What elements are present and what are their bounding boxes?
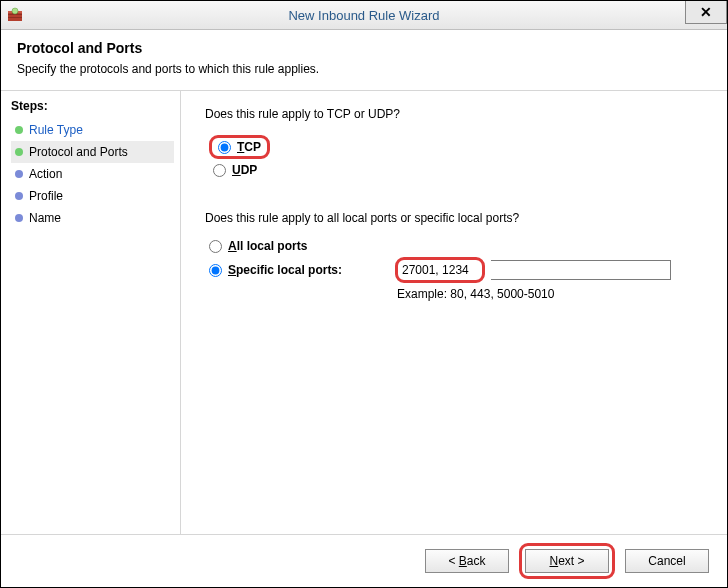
specific-ports-label[interactable]: Specific local ports: — [228, 263, 342, 277]
titlebar: New Inbound Rule Wizard ✕ — [1, 1, 727, 30]
close-icon: ✕ — [700, 4, 712, 20]
step-bullet-icon — [15, 148, 23, 156]
next-button[interactable]: Next > — [525, 549, 609, 573]
step-label: Profile — [29, 189, 63, 203]
button-bar: < Back Next > Cancel — [1, 534, 727, 587]
tcp-radio[interactable] — [218, 141, 231, 154]
question-ports: Does this rule apply to all local ports … — [205, 211, 703, 225]
tcp-option-row: TCP — [209, 135, 703, 159]
cancel-button[interactable]: Cancel — [625, 549, 709, 573]
step-label: Action — [29, 167, 62, 181]
question-protocol: Does this rule apply to TCP or UDP? — [205, 107, 703, 121]
all-ports-label[interactable]: All local ports — [228, 239, 307, 253]
step-label: Rule Type — [29, 123, 83, 137]
highlight-tcp: TCP — [209, 135, 270, 159]
page-description: Specify the protocols and ports to which… — [17, 62, 711, 76]
body-area: Steps: Rule Type Protocol and Ports Acti… — [1, 91, 727, 534]
step-bullet-icon — [15, 170, 23, 178]
step-bullet-icon — [15, 126, 23, 134]
close-button[interactable]: ✕ — [685, 1, 727, 24]
svg-rect-3 — [8, 17, 22, 18]
firewall-icon — [7, 7, 23, 23]
highlight-ports-value — [395, 257, 485, 283]
step-bullet-icon — [15, 192, 23, 200]
steps-sidebar: Steps: Rule Type Protocol and Ports Acti… — [1, 91, 181, 534]
specific-ports-row: Specific local ports: — [209, 257, 703, 283]
content-panel: Does this rule apply to TCP or UDP? TCP … — [181, 91, 727, 534]
all-ports-radio[interactable] — [209, 240, 222, 253]
step-rule-type[interactable]: Rule Type — [11, 119, 174, 141]
udp-radio[interactable] — [213, 164, 226, 177]
ports-example-text: Example: 80, 443, 5000-5010 — [397, 287, 703, 301]
all-ports-row: All local ports — [209, 239, 703, 253]
port-scope-block: Does this rule apply to all local ports … — [205, 211, 703, 301]
step-protocol-and-ports[interactable]: Protocol and Ports — [11, 141, 174, 163]
ports-input-tail[interactable] — [491, 260, 671, 280]
step-action[interactable]: Action — [11, 163, 174, 185]
step-name[interactable]: Name — [11, 207, 174, 229]
header-area: Protocol and Ports Specify the protocols… — [1, 30, 727, 91]
step-label: Protocol and Ports — [29, 145, 128, 159]
window-title: New Inbound Rule Wizard — [1, 8, 727, 23]
page-title: Protocol and Ports — [17, 40, 711, 56]
tcp-label[interactable]: TCP — [237, 140, 261, 154]
wizard-window: New Inbound Rule Wizard ✕ Protocol and P… — [0, 0, 728, 588]
specific-ports-radio[interactable] — [209, 264, 222, 277]
step-label: Name — [29, 211, 61, 225]
udp-label[interactable]: UDP — [232, 163, 257, 177]
svg-point-6 — [12, 8, 18, 14]
udp-option-row: UDP — [213, 163, 703, 177]
specific-ports-input[interactable] — [400, 262, 480, 278]
step-profile[interactable]: Profile — [11, 185, 174, 207]
steps-heading: Steps: — [11, 99, 180, 113]
back-button[interactable]: < Back — [425, 549, 509, 573]
highlight-next: Next > — [519, 543, 615, 579]
step-bullet-icon — [15, 214, 23, 222]
